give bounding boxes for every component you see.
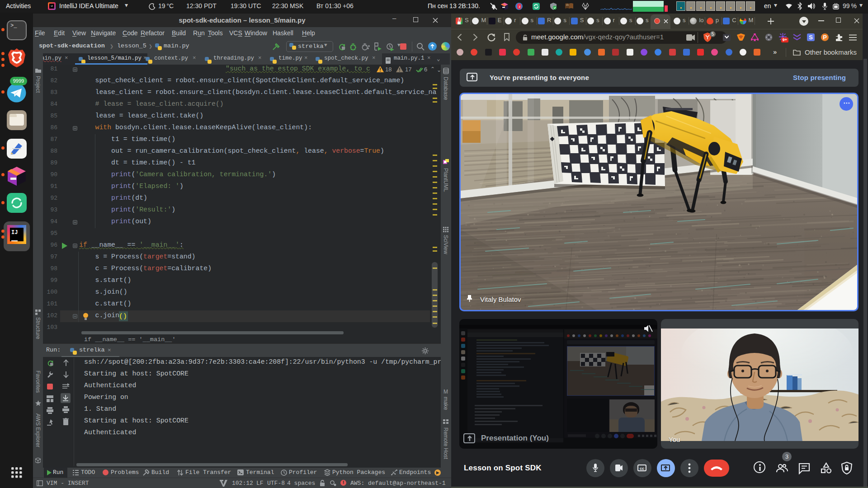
svg-text:z: z <box>519 5 521 8</box>
